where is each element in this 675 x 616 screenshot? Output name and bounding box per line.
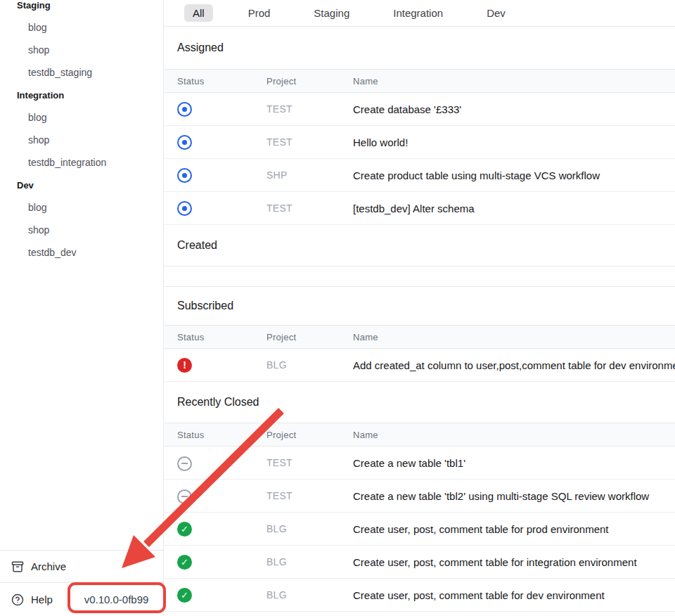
sidebar-item-testdb-integration[interactable]: testdb_integration xyxy=(0,151,163,174)
version-badge[interactable]: v0.10.0-0fb99 xyxy=(68,583,165,616)
column-header-status: Status xyxy=(177,76,266,86)
column-header-project: Project xyxy=(266,430,353,440)
column-header-name: Name xyxy=(353,332,675,342)
archive-icon xyxy=(11,560,24,573)
table-row[interactable]: SHP Create product table using multi-sta… xyxy=(165,159,675,192)
table-header: Status Project Name xyxy=(165,423,675,447)
table-row[interactable]: TEST Hello world! xyxy=(165,126,675,159)
environment-tabs: All Prod Staging Integration Dev xyxy=(165,0,675,27)
issue-error-icon xyxy=(177,358,192,373)
section-title-subscribed: Subscribed xyxy=(165,287,675,325)
empty-table-created xyxy=(165,266,675,287)
column-header-project: Project xyxy=(266,332,353,342)
sidebar-item-integration-shop[interactable]: shop xyxy=(0,129,163,151)
issue-project: TEST xyxy=(266,457,353,468)
main-content: All Prod Staging Integration Dev Assigne… xyxy=(165,0,675,616)
help-icon xyxy=(11,593,24,606)
table-row[interactable]: TEST Create a new table 'tbl1' xyxy=(165,447,675,480)
help-label[interactable]: Help xyxy=(31,593,53,605)
sidebar-item-integration-blog[interactable]: blog xyxy=(0,106,163,129)
table-header: Status Project Name xyxy=(165,325,675,349)
table-row[interactable]: BLG Create user, post, comment table for… xyxy=(165,546,675,579)
column-header-name: Name xyxy=(353,76,675,86)
issue-project: TEST xyxy=(266,136,353,148)
column-header-status: Status xyxy=(177,332,266,342)
sidebar-section-staging[interactable]: Staging xyxy=(0,0,163,16)
table-row[interactable]: TEST Create database '£333' xyxy=(165,93,675,126)
issue-done-icon xyxy=(177,555,192,570)
dashboard-page: Staging blog shop testdb_staging Integra… xyxy=(0,0,675,616)
archive-label: Archive xyxy=(31,560,66,572)
issue-project: TEST xyxy=(266,203,353,214)
column-header-name: Name xyxy=(353,430,675,440)
tab-all[interactable]: All xyxy=(184,4,213,22)
tab-prod[interactable]: Prod xyxy=(240,4,279,22)
issue-open-icon xyxy=(177,168,192,183)
issue-done-icon xyxy=(177,522,192,537)
issue-name: Create a new table 'tbl2' using multi-st… xyxy=(353,490,675,502)
tab-dev[interactable]: Dev xyxy=(478,4,514,22)
issue-name: Add created_at column to user,post,comme… xyxy=(353,359,675,371)
issue-open-icon xyxy=(177,102,192,117)
table-row[interactable]: BLG Add created_at column to user,post,c… xyxy=(165,349,675,382)
archive-link[interactable]: Archive xyxy=(0,550,163,582)
help-row: Help v0.10.0-0fb99 xyxy=(0,582,163,616)
section-title-created: Created xyxy=(165,225,675,266)
table-row[interactable]: BLG Create user, post, comment table for… xyxy=(165,513,675,546)
issue-name: Create database '£333' xyxy=(353,103,675,115)
sidebar-item-testdb-staging[interactable]: testdb_staging xyxy=(0,61,163,84)
issue-canceled-icon xyxy=(177,456,192,471)
issue-name: Create a new table 'tbl1' xyxy=(353,457,675,469)
issue-name: Create user, post, comment table for int… xyxy=(353,556,675,568)
issue-name: Create product table using multi-stage V… xyxy=(353,169,675,181)
sidebar-item-staging-blog[interactable]: blog xyxy=(0,16,163,39)
issue-project: TEST xyxy=(266,490,353,501)
issue-project: BLG xyxy=(266,523,353,534)
column-header-status: Status xyxy=(177,430,266,440)
sidebar-item-testdb-dev[interactable]: testdb_dev xyxy=(0,241,163,264)
issue-open-icon xyxy=(177,201,192,216)
issue-project: BLG xyxy=(266,359,353,371)
issue-done-icon xyxy=(177,588,192,603)
sidebar-item-dev-shop[interactable]: shop xyxy=(0,219,163,241)
issue-name: Hello world! xyxy=(353,136,675,148)
table-row[interactable]: TEST Create a new table 'tbl2' using mul… xyxy=(165,480,675,513)
sidebar-item-staging-shop[interactable]: shop xyxy=(0,39,163,61)
issue-project: SHP xyxy=(266,169,353,181)
section-title-recently-closed: Recently Closed xyxy=(165,382,675,423)
issue-canceled-icon xyxy=(177,489,192,504)
issue-name: Create user, post, comment table for pro… xyxy=(353,523,675,535)
tab-staging[interactable]: Staging xyxy=(305,4,358,22)
column-header-project: Project xyxy=(266,76,353,86)
issue-project: BLG xyxy=(266,589,353,601)
database-tree: Staging blog shop testdb_staging Integra… xyxy=(0,0,163,264)
issue-name: Create user, post, comment table for dev… xyxy=(353,589,675,601)
sidebar: Staging blog shop testdb_staging Integra… xyxy=(0,0,164,616)
sidebar-item-dev-blog[interactable]: blog xyxy=(0,196,163,219)
issue-open-icon xyxy=(177,135,192,150)
table-row[interactable]: BLG Create user, post, comment table for… xyxy=(165,579,675,612)
table-header: Status Project Name xyxy=(165,69,675,93)
tab-integration[interactable]: Integration xyxy=(385,4,451,22)
sidebar-section-integration[interactable]: Integration xyxy=(0,84,163,106)
section-title-assigned: Assigned xyxy=(165,27,675,69)
sidebar-section-dev[interactable]: Dev xyxy=(0,174,163,196)
issue-project: TEST xyxy=(266,103,353,115)
issue-name: [testdb_dev] Alter schema xyxy=(353,203,675,214)
issue-project: BLG xyxy=(266,556,353,567)
sidebar-footer: Archive Help v0.10.0-0fb99 xyxy=(0,550,163,616)
table-row[interactable]: TEST [testdb_dev] Alter schema xyxy=(165,192,675,225)
